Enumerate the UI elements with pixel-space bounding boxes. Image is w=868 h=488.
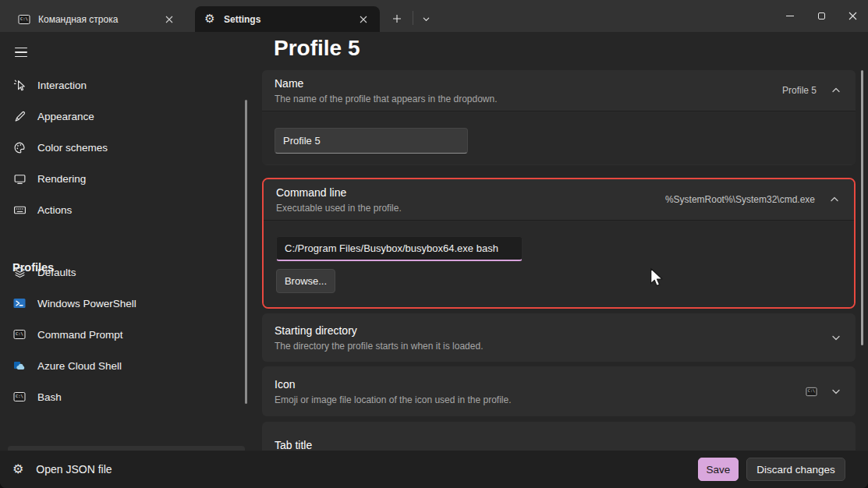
sidebar-item-label: Appearance (37, 111, 94, 122)
sidebar-item-actions[interactable]: Actions (0, 194, 246, 225)
chevron-down-icon[interactable] (831, 332, 841, 343)
section-subtitle: Executable used in the profile. (276, 203, 665, 214)
section-title: Tab title (275, 439, 841, 451)
icon-section-header[interactable]: Icon Emoji or image file location of the… (262, 366, 856, 416)
sidebar-item-label: Interaction (37, 80, 87, 91)
tab-dropdown-button[interactable] (416, 9, 435, 28)
chevron-up-icon[interactable] (831, 85, 841, 96)
chevron-down-icon[interactable] (831, 386, 841, 397)
section-title: Name (275, 77, 782, 90)
sidebar-item-label: Azure Cloud Shell (37, 360, 122, 372)
titlebar: C:\ Командная строка ⚙ Settings (0, 0, 868, 32)
close-tab-icon[interactable] (355, 11, 372, 28)
footer-buttons: Save Discard changes (698, 458, 868, 481)
icon-section: Icon Emoji or image file location of the… (262, 366, 856, 416)
tabbar-separator (413, 11, 413, 25)
chevron-up-icon[interactable] (829, 194, 840, 205)
command-line-section-body: Browse... (264, 220, 854, 307)
sidebar-item-command-prompt[interactable]: C:\ Command Prompt (0, 319, 246, 350)
layers-icon (12, 265, 27, 279)
hamburger-menu-button[interactable] (11, 42, 34, 62)
window-controls (774, 0, 868, 31)
sidebar-item-azure-cloud-shell[interactable]: Azure Cloud Shell (0, 350, 246, 381)
section-subtitle: The name of the profile that appears in … (275, 94, 782, 104)
sidebar-scrollbar[interactable] (245, 100, 247, 404)
tab-label: Settings (224, 14, 355, 25)
cmd-icon: C:\ (12, 327, 27, 341)
main-scrollbar[interactable] (861, 70, 863, 345)
cmd-icon: C:\ (17, 12, 31, 27)
sidebar-item-rendering[interactable]: Rendering (0, 163, 246, 194)
paintbrush-icon (12, 109, 27, 123)
discard-changes-button[interactable]: Discard changes (746, 458, 845, 481)
palette-icon (12, 140, 27, 154)
profile-icon-preview: C:\ (804, 384, 818, 398)
keyboard-icon (12, 203, 27, 217)
section-value: %SystemRoot%\System32\cmd.exe (665, 194, 815, 205)
gear-icon: ⚙ (12, 463, 23, 476)
section-title: Starting directory (275, 324, 831, 337)
sidebar-item-bash[interactable]: C:\ Bash (0, 381, 246, 412)
sidebar-item-label: Command Prompt (37, 329, 123, 341)
name-section-header[interactable]: Name The name of the profile that appear… (262, 70, 856, 111)
mouse-cursor (650, 267, 664, 288)
new-tab-button[interactable] (386, 8, 408, 30)
tab-label: Командная строка (38, 14, 161, 25)
command-line-input[interactable] (276, 236, 523, 261)
section-title: Command line (276, 186, 665, 199)
azure-cloud-icon (12, 359, 27, 373)
minimize-icon (786, 16, 794, 16)
svg-text:C:\: C:\ (807, 388, 814, 393)
section-value: Profile 5 (782, 85, 817, 96)
page-title: Profile 5 (274, 36, 360, 61)
section-subtitle: The directory the profile starts in when… (275, 341, 831, 352)
command-line-section: Command line Executable used in the prof… (262, 178, 856, 309)
command-line-section-header[interactable]: Command line Executable used in the prof… (264, 179, 854, 220)
maximize-icon (818, 12, 825, 19)
close-window-button[interactable] (837, 0, 868, 31)
cmd-icon: C:\ (12, 390, 27, 404)
sidebar-item-color-schemes[interactable]: Color schemes (0, 132, 246, 163)
close-icon (849, 12, 857, 20)
sidebar-item-appearance[interactable]: Appearance (0, 101, 246, 132)
svg-text:C:\: C:\ (20, 16, 28, 21)
sidebar-item-windows-powershell[interactable]: Windows PowerShell (0, 288, 246, 319)
name-section-body (262, 111, 856, 164)
minimize-button[interactable] (774, 0, 806, 31)
profile-name-input[interactable] (275, 128, 468, 154)
powershell-icon (12, 296, 27, 310)
section-title: Icon (275, 378, 804, 391)
section-subtitle: Emoji or image file location of the icon… (275, 394, 804, 405)
svg-text:C:\: C:\ (16, 331, 23, 336)
sidebar-item-label: Windows PowerShell (37, 298, 136, 309)
sidebar-item-label: Defaults (37, 267, 76, 278)
maximize-button[interactable] (806, 0, 837, 31)
interaction-icon (12, 78, 27, 92)
starting-directory-section-header[interactable]: Starting directory The directory the pro… (262, 313, 856, 362)
sidebar-item-label: Rendering (37, 173, 86, 185)
monitor-icon (12, 172, 27, 186)
tab-settings[interactable]: ⚙ Settings (195, 6, 380, 32)
open-json-file-button[interactable]: ⚙ Open JSON file (0, 451, 112, 488)
sidebar: Interaction Appearance Color schemes Ren… (0, 32, 257, 451)
browse-button[interactable]: Browse... (276, 269, 335, 293)
tab-command-prompt[interactable]: C:\ Командная строка (9, 6, 186, 32)
open-json-file-label: Open JSON file (36, 463, 112, 476)
starting-directory-section: Starting directory The directory the pro… (262, 313, 856, 362)
close-tab-icon[interactable] (161, 11, 178, 28)
footer-bar: ⚙ Open JSON file Save Discard changes (0, 451, 868, 488)
sidebar-item-label: Bash (37, 391, 62, 403)
terminal-settings-window: C:\ Командная строка ⚙ Settings (0, 0, 868, 488)
save-button[interactable]: Save (698, 458, 739, 481)
sidebar-item-label: Color schemes (37, 142, 108, 154)
gear-icon: ⚙ (203, 12, 217, 27)
svg-text:C:\: C:\ (16, 394, 23, 398)
sidebar-item-interaction[interactable]: Interaction (0, 69, 246, 101)
name-section: Name The name of the profile that appear… (262, 70, 856, 165)
sidebar-item-label: Actions (37, 204, 72, 216)
sidebar-item-defaults[interactable]: Defaults (0, 256, 246, 288)
